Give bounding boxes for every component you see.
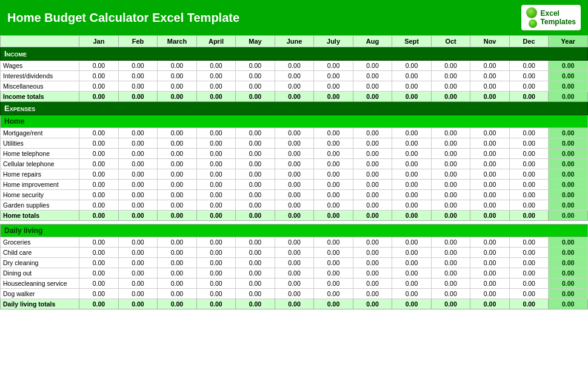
row-label: Home security (1, 190, 79, 200)
month-feb: Feb (118, 36, 158, 47)
table-row: Housecleaning service 0.000.000.00 0.000… (1, 279, 588, 289)
logo-line2: Templates (541, 18, 576, 26)
page-title: Home Budget Calculator Excel Template (7, 11, 239, 25)
home-section-header: Home (1, 115, 588, 128)
row-label: Housecleaning service (1, 279, 79, 289)
home-totals-row: Home totals 0.000.000.00 0.000.000.00 0.… (1, 211, 588, 221)
row-label: Mortgage/rent (1, 128, 79, 138)
table-row: Wages 0.000.000.00 0.000.000.00 0.000.00… (1, 61, 588, 71)
month-jul: July (314, 36, 353, 47)
month-jan: Jan (79, 36, 119, 47)
table-row: Home telephone 0.000.000.00 0.000.000.00… (1, 149, 588, 159)
income-totals-label: Income totals (1, 92, 79, 102)
month-may: May (236, 36, 275, 47)
daily-label: Daily living (1, 225, 588, 237)
row-label: Home telephone (1, 149, 79, 159)
column-headers: Jan Feb March April May June July Aug Se… (1, 36, 588, 47)
home-totals-label: Home totals (1, 211, 79, 221)
month-dec: Dec (509, 36, 549, 47)
table-row: Home security 0.000.000.00 0.000.000.00 … (1, 190, 588, 200)
table-row: Mortgage/rent 0.000.000.00 0.000.000.00 … (1, 128, 588, 138)
daily-totals-label: Daily living totals (1, 299, 79, 309)
year-header: Year (549, 36, 588, 47)
table-row: Interest/dividends 0.000.000.00 0.000.00… (1, 71, 588, 81)
table-row: Garden supplies 0.000.000.00 0.000.000.0… (1, 200, 588, 211)
label-header (1, 36, 79, 47)
expenses-label: Expenses (1, 102, 588, 115)
income-label: Income (1, 47, 588, 61)
row-label: Groceries (1, 237, 79, 248)
daily-section-header: Daily living (1, 225, 588, 237)
row-label: Dining out (1, 268, 79, 279)
income-totals-row: Income totals 0.000.000.00 0.000.000.00 … (1, 92, 588, 102)
logo-line1: Excel (541, 9, 576, 18)
row-label: Child care (1, 248, 79, 258)
daily-totals-row: Daily living totals 0.000.000.00 0.000.0… (1, 299, 588, 309)
table-row: Home repairs 0.000.000.00 0.000.000.00 0… (1, 169, 588, 180)
bottom-spacer (1, 309, 588, 313)
table-row: Child care 0.000.000.00 0.000.000.00 0.0… (1, 248, 588, 258)
row-label: Garden supplies (1, 200, 79, 211)
month-nov: Nov (470, 36, 510, 47)
table-row: Groceries 0.000.000.00 0.000.000.00 0.00… (1, 237, 588, 248)
row-label: Dry cleaning (1, 258, 79, 268)
month-jun: June (275, 36, 314, 47)
row-label: Dog walker (1, 289, 79, 299)
table-row: Utilities 0.000.000.00 0.000.000.00 0.00… (1, 138, 588, 149)
row-label: Home repairs (1, 169, 79, 180)
table-row: Dry cleaning 0.000.000.00 0.000.000.00 0… (1, 258, 588, 268)
table-row: Home improvement 0.000.000.00 0.000.000.… (1, 180, 588, 190)
row-label: Interest/dividends (1, 71, 79, 81)
title-bar: Home Budget Calculator Excel Template Ex… (0, 0, 588, 35)
month-mar: March (158, 36, 197, 47)
expenses-section-header: Expenses (1, 102, 588, 115)
row-label: Miscellaneous (1, 81, 79, 92)
table-row: Dining out 0.000.000.00 0.000.000.00 0.0… (1, 268, 588, 279)
month-apr: April (196, 36, 236, 47)
home-label: Home (1, 115, 588, 128)
month-oct: Oct (431, 36, 470, 47)
table-row: Dog walker 0.000.000.00 0.000.000.00 0.0… (1, 289, 588, 299)
month-aug: Aug (353, 36, 392, 47)
row-label: Utilities (1, 138, 79, 149)
month-sep: Sept (392, 36, 432, 47)
table-row: Miscellaneous 0.000.000.00 0.000.000.00 … (1, 81, 588, 92)
row-label: Wages (1, 61, 79, 71)
row-label: Home improvement (1, 180, 79, 190)
table-row: Cellular telephone 0.000.000.00 0.000.00… (1, 159, 588, 169)
row-label: Cellular telephone (1, 159, 79, 169)
logo-area: Excel Templates (521, 5, 581, 30)
income-section-header: Income (1, 47, 588, 61)
